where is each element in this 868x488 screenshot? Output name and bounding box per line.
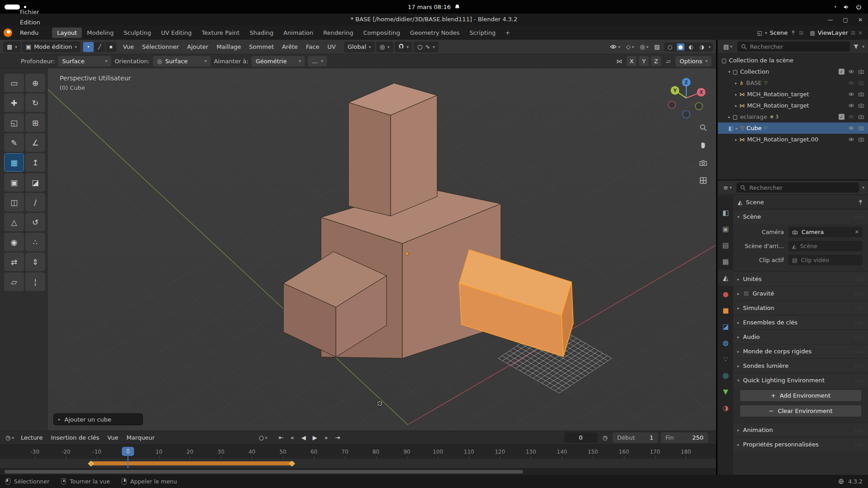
play-button[interactable]: ▶: [309, 433, 321, 443]
add-environment-button[interactable]: +Add Environment: [740, 389, 862, 402]
panel-header-scene[interactable]: ▾Scène::::: [733, 209, 868, 224]
gizmos-dropdown[interactable]: ◇ ▾: [624, 42, 636, 51]
os-clock-area[interactable]: 17 mars 08:16: [408, 0, 460, 14]
menu-rendu[interactable]: Rendu: [16, 28, 46, 38]
tool-loop-cut[interactable]: ◫: [4, 193, 24, 211]
properties-tab-view-layer[interactable]: ▦: [718, 253, 733, 270]
tool-transform[interactable]: ⊞: [25, 113, 45, 132]
xray-toggle[interactable]: ▨: [652, 42, 661, 51]
shading-solid[interactable]: ●: [677, 43, 684, 51]
eye-icon[interactable]: [848, 137, 854, 142]
jump-to-keyframe-button[interactable]: ◷: [601, 433, 609, 442]
tool-poly-build[interactable]: △: [4, 213, 24, 231]
operator-panel[interactable]: ▸ Ajouter un cube: [53, 413, 143, 425]
viewport-menu-arete[interactable]: Arête: [278, 42, 302, 52]
clear-icon[interactable]: ✕: [855, 229, 859, 235]
orientation-dropdown[interactable]: ◎ Surface ▾: [153, 56, 211, 66]
filter-funnel-icon[interactable]: [853, 44, 859, 50]
expand-icon[interactable]: ▸: [735, 137, 737, 142]
properties-tab-data[interactable]: ▼: [718, 384, 733, 400]
checkbox[interactable]: ✓: [839, 114, 844, 120]
timeline-ruler[interactable]: › 0 -30-20-10010203040506070809010011012…: [0, 444, 716, 459]
camera-icon[interactable]: [858, 137, 864, 142]
chevron-down-icon[interactable]: ▾: [708, 45, 711, 49]
tool-select-box[interactable]: ▭: [4, 74, 24, 92]
expand-icon[interactable]: ▾: [737, 215, 740, 219]
workspace-tab-sculpting[interactable]: Sculpting: [119, 28, 156, 38]
timeline-menu-vue[interactable]: Vue: [104, 432, 123, 443]
pin-icon[interactable]: [790, 30, 796, 36]
cube-selected[interactable]: [459, 250, 573, 357]
chevron-down-icon[interactable]: ▾: [862, 185, 864, 190]
minimize-button[interactable]: —: [828, 17, 833, 23]
outliner-item-label[interactable]: BASE: [746, 80, 762, 86]
outliner-row-cube[interactable]: ◧▸▽Cube▽: [718, 122, 868, 134]
tool-randomize[interactable]: ∴: [25, 233, 45, 251]
properties-tab-modifiers[interactable]: ◪: [718, 319, 733, 335]
outliner-editor-type-button[interactable]: ▤ ▾: [722, 42, 734, 51]
outliner-row-collection-de-la-scene[interactable]: ▢Collection de la scène: [718, 55, 868, 66]
panel-header-sondes-lumiere[interactable]: ▸Sondes lumière::::: [733, 358, 868, 373]
editor-type-button[interactable]: ▦ ▾: [3, 42, 21, 52]
gizmo-axis-neg-z[interactable]: [683, 111, 690, 118]
tool-rip-region[interactable]: ¦: [25, 272, 45, 291]
field-clip-actif[interactable]: ▤Clip vidéo: [788, 255, 863, 265]
properties-tab-tool[interactable]: ◧: [718, 205, 733, 221]
tool-edge-slide[interactable]: ⇄: [4, 253, 24, 271]
toggle-ortho-grid-button[interactable]: [697, 174, 709, 186]
drag-handle-icon[interactable]: ::::: [855, 377, 863, 383]
drag-handle-icon[interactable]: ::::: [855, 334, 863, 340]
pivot-point-dropdown[interactable]: ◎ ▾: [376, 42, 393, 52]
drag-handle-icon[interactable]: ::::: [855, 276, 863, 282]
tool-cursor[interactable]: ⊕: [25, 74, 45, 92]
add-workspace-tab[interactable]: +: [501, 29, 514, 36]
properties-search-input[interactable]: Rechercher: [736, 183, 859, 192]
camera-icon[interactable]: [858, 103, 864, 108]
workspace-tab-uv-editing[interactable]: UV Editing: [156, 28, 197, 38]
gizmo-axis-neg-y[interactable]: [695, 103, 703, 110]
prev-keyframe-button[interactable]: «: [287, 433, 298, 443]
tool-spin[interactable]: ↺: [25, 213, 45, 231]
outliner-item-label[interactable]: MCH_Rotation_target.00: [747, 136, 819, 143]
outliner-row-base[interactable]: ▸⋔BASE▽: [718, 77, 868, 89]
field-scene-d-arri[interactable]: ◭Scène: [788, 241, 863, 251]
menu-fichier[interactable]: Fichier: [16, 7, 46, 17]
jump-to-end-button[interactable]: ⇥: [332, 433, 343, 443]
expand-icon[interactable]: ▾: [728, 70, 731, 74]
panel-header-proprietes-personnalisees[interactable]: ▸Propriétés personnalisées::::: [733, 437, 868, 451]
properties-tab-material[interactable]: ◑: [718, 400, 733, 416]
mirror-y-button[interactable]: Y: [639, 56, 649, 66]
properties-tab-scene[interactable]: ◭: [718, 270, 733, 286]
shading-rendered[interactable]: ◑: [698, 43, 705, 51]
panel-header-animation[interactable]: ▸Animation::::: [733, 422, 868, 437]
tool-inset-faces[interactable]: ▣: [4, 173, 24, 192]
volume-icon[interactable]: [843, 4, 849, 10]
drag-handle-icon[interactable]: ::::: [855, 348, 863, 354]
zoom-button[interactable]: [697, 122, 709, 133]
field-camera[interactable]: Camera✕: [788, 227, 863, 237]
panel-header-ensembles-de-cles[interactable]: ▸Ensembles de clés::::: [733, 315, 868, 329]
gizmo-axis-neg-x[interactable]: [668, 101, 675, 108]
workspace-tab-layout[interactable]: Layout: [52, 28, 82, 38]
tool-smooth[interactable]: ◉: [4, 233, 24, 251]
properties-editor-type-button[interactable]: ≡ ▾: [722, 183, 733, 192]
auto-keyframe-button[interactable]: ○ ▾: [257, 433, 269, 442]
tool-shear[interactable]: ▱: [4, 272, 24, 291]
tool-measure[interactable]: ∠: [25, 133, 45, 152]
camera-icon[interactable]: [858, 126, 864, 131]
outliner-row-collection[interactable]: ▾▢Collection✓: [718, 66, 868, 77]
eye-icon[interactable]: [848, 103, 854, 108]
shading-material[interactable]: ◐: [688, 43, 695, 51]
drag-handle-icon[interactable]: ::::: [855, 363, 863, 369]
close-button[interactable]: ✕: [858, 17, 863, 23]
outliner-row-mch-rotation-target[interactable]: ▸⋈MCH_Rotation_target: [718, 100, 868, 111]
timeline-menu-marqueur[interactable]: Marqueur: [123, 432, 159, 443]
pin-icon[interactable]: [858, 199, 863, 205]
select-mode-edge[interactable]: ╱: [94, 42, 105, 52]
visibility-dropdown[interactable]: ▾: [608, 43, 622, 51]
properties-tab-render[interactable]: ▣: [718, 221, 733, 237]
checkbox[interactable]: ✓: [839, 69, 844, 75]
drag-handle-icon[interactable]: ::::: [855, 319, 863, 325]
select-mode-face[interactable]: ▪: [106, 42, 116, 52]
chevron-down-icon[interactable]: ▾: [862, 44, 864, 49]
